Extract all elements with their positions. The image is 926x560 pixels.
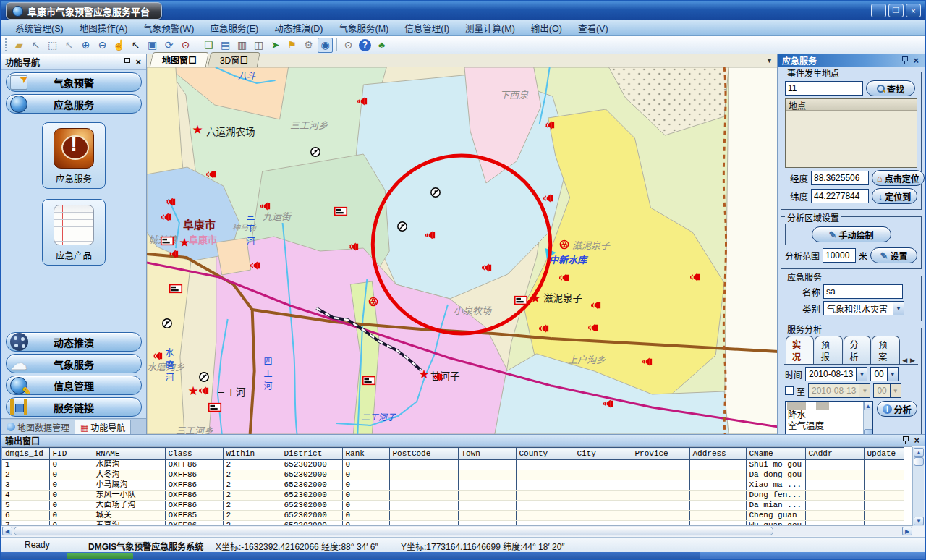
- column-header[interactable]: County: [516, 448, 574, 460]
- globe-tool-icon[interactable]: ◉: [318, 38, 333, 53]
- service-name-input[interactable]: [823, 284, 903, 299]
- column-header[interactable]: FID: [49, 448, 93, 460]
- speaker-marker[interactable]: [558, 273, 571, 283]
- column-header[interactable]: Address: [689, 448, 746, 460]
- left-tab-0[interactable]: 地图数据管理: [1, 420, 75, 434]
- pick-arrow-icon[interactable]: ➤: [268, 38, 283, 53]
- pan-hand-icon[interactable]: ☝: [111, 38, 127, 53]
- weather-station-marker[interactable]: [430, 187, 441, 198]
- place-list[interactable]: 地点: [785, 98, 917, 168]
- speaker-marker[interactable]: [348, 242, 360, 252]
- station-circle-marker[interactable]: [559, 239, 570, 250]
- table-row[interactable]: 70五官沟OXFF8626523020000Wu guan gou: [2, 521, 904, 527]
- analysis-tab-0[interactable]: 实况: [786, 336, 814, 364]
- close-button[interactable]: ×: [906, 4, 921, 17]
- chevron-down-icon[interactable]: ▼: [856, 368, 867, 381]
- speaker-marker[interactable]: [538, 324, 551, 334]
- list-scrollbar[interactable]: ▲: [863, 402, 872, 434]
- speaker-marker[interactable]: [260, 202, 272, 211]
- column-header[interactable]: Update: [864, 448, 904, 460]
- tab-scroll-right-icon[interactable]: ▶: [909, 357, 917, 364]
- analysis-tab-2[interactable]: 分析: [844, 336, 872, 364]
- scene-icon[interactable]: ♣: [374, 38, 389, 53]
- date-select[interactable]: 2010-08-13 ▼: [805, 367, 867, 381]
- star-marker[interactable]: ★: [192, 124, 203, 136]
- layers-icon[interactable]: ❏: [201, 38, 216, 53]
- column-header[interactable]: Town: [458, 448, 516, 460]
- scroll-right-icon[interactable]: ▶: [902, 527, 912, 535]
- location-keyword-input[interactable]: [785, 81, 863, 96]
- pin-icon[interactable]: [902, 436, 909, 444]
- column-header[interactable]: Provice: [632, 448, 689, 460]
- help-icon[interactable]: ?: [359, 39, 371, 51]
- restore-button[interactable]: ❐: [888, 4, 904, 17]
- menu-item-8[interactable]: 输出(O): [523, 20, 570, 36]
- weather-station-marker[interactable]: [162, 318, 173, 329]
- flag-marker[interactable]: [169, 284, 183, 294]
- to-checkbox[interactable]: [785, 386, 794, 395]
- print-icon[interactable]: ▥: [234, 38, 250, 53]
- speaker-marker[interactable]: [357, 97, 369, 106]
- menu-item-3[interactable]: 应急服务(E): [202, 20, 266, 36]
- menu-item-0[interactable]: 系统管理(S): [7, 20, 72, 36]
- output-horizontal-scrollbar[interactable]: ◀ ▶: [2, 526, 912, 536]
- table-row[interactable]: 60城关OXFF8526523020000Cheng guan: [2, 511, 904, 521]
- zoom-out-icon[interactable]: ⊖: [95, 38, 110, 53]
- weather-station-marker[interactable]: [199, 372, 210, 383]
- scroll-left-icon[interactable]: ◀: [2, 527, 12, 535]
- table-row[interactable]: 50大面场子沟OXFF8626523020000Da mian ...: [2, 501, 904, 511]
- nav-top-1[interactable]: 应急服务: [6, 94, 142, 114]
- speaker-marker[interactable]: [543, 194, 555, 203]
- map-window-dropdown[interactable]: ▼: [766, 57, 773, 64]
- pointer-icon[interactable]: ↖: [128, 38, 143, 53]
- speaker-marker[interactable]: [642, 357, 654, 367]
- map-tab-1[interactable]: 3D窗口: [208, 52, 261, 67]
- star-marker[interactable]: ★: [187, 385, 198, 397]
- weather-station-marker[interactable]: [310, 147, 321, 158]
- speaker-marker[interactable]: [544, 121, 556, 130]
- close-icon[interactable]: ×: [914, 436, 919, 445]
- table-row[interactable]: 30小马厩沟OXFF8626523020000Xiao ma ...: [2, 480, 904, 491]
- taskbar-start-fragment[interactable]: [67, 553, 133, 560]
- column-header[interactable]: District: [281, 448, 342, 460]
- print-preview-icon[interactable]: ◫: [251, 38, 266, 53]
- place-list-body[interactable]: [786, 111, 917, 167]
- column-header[interactable]: Rank: [342, 448, 389, 460]
- scroll-up-icon[interactable]: ▲: [864, 402, 873, 410]
- menu-item-7[interactable]: 测量计算(M): [457, 20, 523, 36]
- close-icon[interactable]: ×: [913, 56, 919, 65]
- set-range-button[interactable]: ✎ 设置: [870, 247, 917, 263]
- speaker-marker[interactable]: [168, 250, 180, 259]
- chevron-down-icon[interactable]: ▼: [893, 302, 904, 315]
- nav-bottom-1[interactable]: ☁气象服务: [6, 354, 142, 373]
- analysis-tab-1[interactable]: 预报: [815, 336, 843, 364]
- column-header[interactable]: CName: [746, 448, 805, 460]
- menu-item-2[interactable]: 气象预警(W): [135, 20, 202, 36]
- flag-marker[interactable]: [514, 296, 528, 305]
- table-row[interactable]: 10水磨沟OXFF8626523020000Shui mo gou: [2, 460, 904, 470]
- select-lasso-icon[interactable]: ↖: [61, 38, 77, 53]
- eye-icon[interactable]: ⊙: [341, 38, 356, 53]
- column-header[interactable]: Class: [165, 448, 223, 460]
- scroll-down-icon[interactable]: ▼: [914, 517, 924, 525]
- star-marker[interactable]: ★: [418, 368, 429, 381]
- menu-item-9[interactable]: 查看(V): [570, 20, 616, 36]
- pin-icon[interactable]: [901, 56, 909, 64]
- shortcut-1[interactable]: 应急产品: [42, 199, 106, 266]
- speaker-marker[interactable]: [689, 273, 702, 282]
- flag-marker[interactable]: [208, 403, 222, 412]
- full-extent-icon[interactable]: ▣: [145, 38, 160, 53]
- menu-item-1[interactable]: 地图操作(A): [72, 20, 136, 36]
- list-item[interactable]: 降水: [786, 410, 872, 421]
- list-item[interactable]: 空气温度: [786, 421, 872, 432]
- speaker-marker[interactable]: [481, 263, 493, 273]
- left-tab-1[interactable]: ▦功能导航: [75, 420, 131, 434]
- nav-top-0[interactable]: 气象预警: [6, 72, 142, 92]
- speaker-marker[interactable]: [250, 261, 262, 271]
- star-marker[interactable]: ★: [179, 237, 190, 249]
- chevron-down-icon[interactable]: ▼: [887, 368, 898, 381]
- select-cursor-icon[interactable]: ↖: [28, 38, 43, 53]
- placemark-icon[interactable]: ⚑: [284, 38, 300, 53]
- column-header[interactable]: RNAME: [93, 448, 165, 460]
- speaker-marker[interactable]: [205, 170, 218, 179]
